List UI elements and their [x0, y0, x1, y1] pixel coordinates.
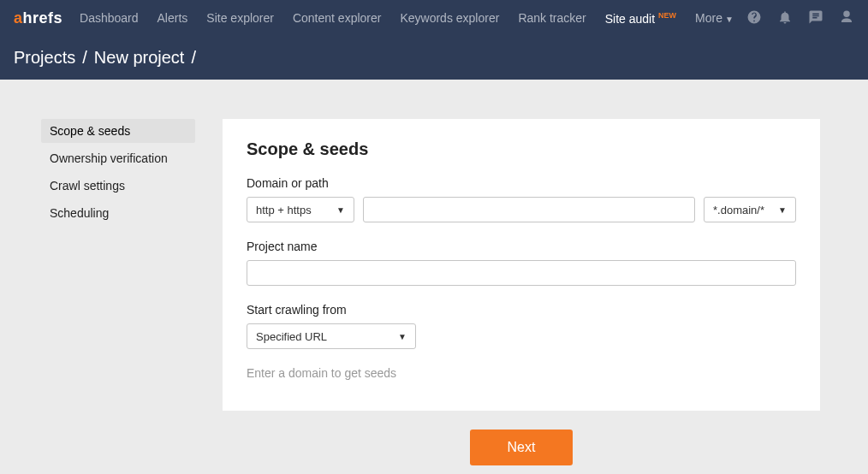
- domain-row: http + https ▼ *.domain/* ▼: [247, 197, 796, 222]
- breadcrumb-sep: /: [82, 48, 87, 68]
- project-name-label: Project name: [247, 240, 796, 253]
- nav-site-audit-label: Site audit: [605, 11, 655, 25]
- start-row: Specified URL ▼: [247, 323, 796, 349]
- hint-text: Enter a domain to get seeds: [247, 366, 796, 380]
- breadcrumb-root[interactable]: Projects: [14, 48, 75, 68]
- sidebar-item-scope-seeds[interactable]: Scope & seeds: [41, 119, 195, 143]
- scope-value: *.domain/*: [713, 204, 764, 216]
- nav-items: Dashboard Alerts Site explorer Content e…: [80, 11, 746, 26]
- protocol-select[interactable]: http + https ▼: [247, 197, 354, 222]
- start-select[interactable]: Specified URL ▼: [247, 323, 416, 349]
- logo-a: a: [14, 9, 23, 27]
- nav-alerts[interactable]: Alerts: [158, 11, 188, 25]
- sidebar-item-scheduling[interactable]: Scheduling: [41, 201, 195, 225]
- breadcrumb: Projects / New project /: [0, 36, 868, 80]
- nav-rank-tracker[interactable]: Rank tracker: [518, 11, 586, 25]
- content-area: Scope & seeds Ownership verification Cra…: [0, 80, 868, 474]
- chat-icon[interactable]: [808, 9, 823, 27]
- breadcrumb-current: New project: [94, 48, 185, 68]
- page-title: Scope & seeds: [247, 139, 796, 159]
- top-icons: [746, 9, 854, 27]
- nav-dashboard[interactable]: Dashboard: [80, 11, 139, 25]
- scope-select[interactable]: *.domain/* ▼: [704, 197, 796, 222]
- project-name-row: [247, 260, 796, 286]
- chevron-down-icon: ▼: [336, 205, 345, 215]
- bell-icon[interactable]: [777, 9, 793, 27]
- user-icon[interactable]: [839, 9, 854, 27]
- start-label: Start crawling from: [247, 303, 796, 317]
- nav-site-audit[interactable]: Site auditNEW: [605, 11, 676, 26]
- domain-input[interactable]: [363, 197, 695, 222]
- nav-content-explorer[interactable]: Content explorer: [293, 11, 382, 25]
- logo[interactable]: ahrefs: [14, 9, 62, 27]
- nav-more-label: More: [695, 11, 722, 25]
- nav-keywords-explorer[interactable]: Keywords explorer: [400, 11, 499, 25]
- chevron-down-icon: ▼: [725, 15, 734, 24]
- sidebar-item-ownership[interactable]: Ownership verification: [41, 146, 195, 170]
- next-button[interactable]: Next: [470, 430, 574, 465]
- footer: Next: [223, 430, 820, 465]
- nav-more[interactable]: More▼: [695, 11, 734, 25]
- help-icon[interactable]: [746, 9, 762, 27]
- main-panel: Scope & seeds Domain or path http + http…: [223, 119, 820, 465]
- nav-site-explorer[interactable]: Site explorer: [206, 11, 274, 25]
- form-card: Scope & seeds Domain or path http + http…: [223, 119, 820, 411]
- logo-rest: hrefs: [23, 9, 63, 27]
- project-name-input[interactable]: [247, 260, 796, 286]
- protocol-value: http + https: [256, 204, 312, 216]
- breadcrumb-sep-end: /: [191, 48, 196, 68]
- domain-label: Domain or path: [247, 176, 796, 190]
- sidebar-item-crawl-settings[interactable]: Crawl settings: [41, 174, 195, 198]
- chevron-down-icon: ▼: [778, 205, 787, 215]
- new-badge: NEW: [658, 11, 676, 20]
- start-value: Specified URL: [256, 330, 327, 343]
- top-nav: ahrefs Dashboard Alerts Site explorer Co…: [0, 0, 868, 36]
- sidebar: Scope & seeds Ownership verification Cra…: [41, 119, 195, 465]
- chevron-down-icon: ▼: [398, 332, 407, 341]
